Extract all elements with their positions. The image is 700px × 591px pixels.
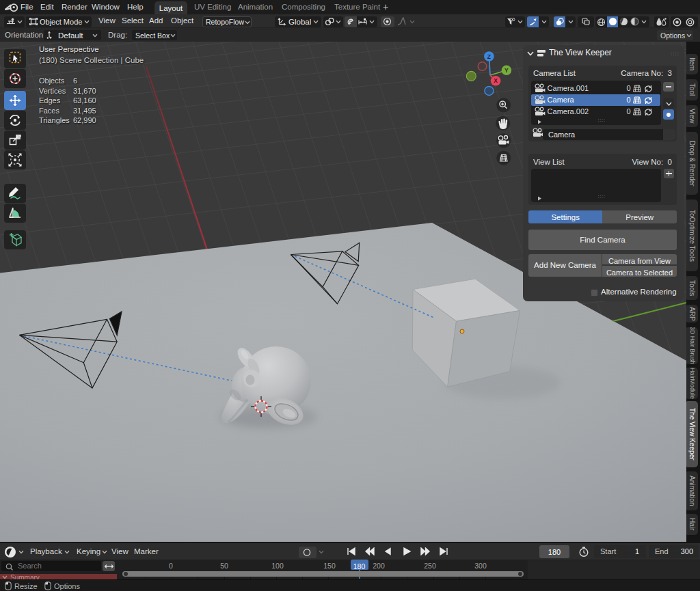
svg-text:Y: Y	[504, 67, 509, 74]
svg-text:X: X	[494, 77, 498, 84]
svg-text:Z: Z	[487, 53, 491, 60]
